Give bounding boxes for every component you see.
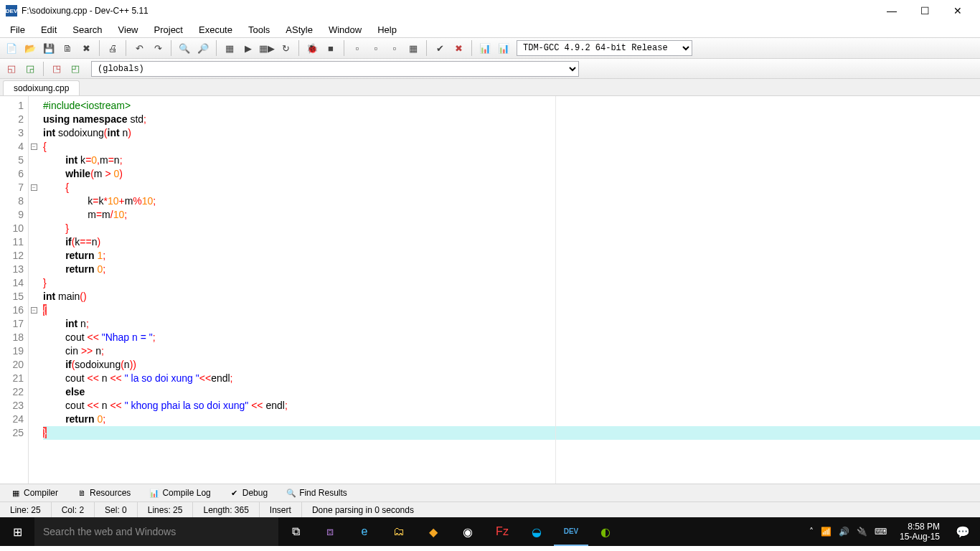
save-all-button[interactable]: 🗎 (59, 39, 76, 57)
debug-button[interactable]: 🐞 (303, 39, 321, 57)
menu-view[interactable]: View (111, 23, 146, 37)
menu-execute[interactable]: Execute (192, 23, 240, 37)
clear-bookmarks-button[interactable]: ◰ (67, 60, 84, 77)
menu-project[interactable]: Project (147, 23, 190, 37)
open-project-button[interactable]: ▫ (367, 39, 385, 57)
separator (99, 40, 100, 56)
rebuild-button[interactable]: ↻ (277, 39, 294, 57)
taskbar-app-devcpp[interactable]: DEV (554, 517, 588, 546)
profile-button[interactable]: 📊 (476, 39, 494, 57)
output-tab-compiler[interactable]: ▦Compiler (3, 485, 66, 501)
tray-volume-icon[interactable]: 🔊 (839, 527, 849, 537)
taskbar-app-skype[interactable]: ◒ (519, 517, 554, 546)
scope-select[interactable]: (globals) (91, 61, 579, 77)
cancel-button[interactable]: ✖ (450, 39, 467, 57)
status-line: Line: 25 (0, 502, 52, 517)
app-icon: DEV (6, 5, 17, 17)
close-button[interactable]: ✕ (941, 0, 974, 22)
run-button[interactable]: ▶ (240, 39, 257, 57)
status-mode: Insert (260, 502, 302, 517)
find-button[interactable]: 🔍 (176, 39, 193, 57)
replace-button[interactable]: 🔎 (194, 39, 212, 57)
taskbar-app-explorer[interactable]: 🗂 (382, 517, 416, 546)
taskbar-app-utorrent[interactable]: ◐ (588, 517, 623, 546)
task-view-button[interactable]: ⧉ (278, 517, 313, 546)
compile-run-button[interactable]: ▦▶ (258, 39, 275, 57)
output-tab-debug[interactable]: ✔Debug (222, 485, 275, 501)
save-button[interactable]: 💾 (40, 39, 57, 57)
menu-astyle[interactable]: AStyle (278, 23, 320, 37)
taskbar-app-chrome[interactable]: ◉ (451, 517, 485, 546)
taskbar: ⊞ Search the web and Windows ⧉ ⧈ e 🗂 ◆ ◉… (0, 517, 980, 546)
delete-profile-button[interactable]: 📊 (495, 39, 512, 57)
check-button[interactable]: ✔ (431, 39, 448, 57)
print-button[interactable]: 🖨 (104, 39, 121, 57)
tray-chevron-icon[interactable]: ˄ (809, 527, 814, 537)
separator (126, 40, 126, 56)
titlebar: DEV F:\sodoixung.cpp - Dev-C++ 5.11 — ☐ … (0, 0, 980, 22)
tray-power-icon[interactable]: 🔌 (857, 527, 867, 537)
taskbar-app-pes[interactable]: ◆ (416, 517, 451, 546)
toolbar-main: 📄 📂 💾 🗎 ✖ 🖨 ↶ ↷ 🔍 🔎 ▦ ▶ ▦▶ ↻ 🐞 ■ ▫ ▫ ▫ ▦… (0, 37, 980, 59)
line-number-gutter: 1234567891011121314151617181920212223242… (0, 96, 29, 484)
system-tray[interactable]: ˄ 📶 🔊 🔌 ⌨ (802, 527, 894, 537)
editor-tabbar: sodoixung.cpp (0, 79, 980, 96)
new-project-button[interactable]: ▫ (349, 39, 366, 57)
stop-button[interactable]: ■ (322, 39, 339, 57)
status-length: Length: 365 (193, 502, 259, 517)
output-tab-resources[interactable]: 🗎Resources (69, 485, 138, 501)
clock-time: 8:58 PM (900, 522, 940, 532)
tray-network-icon[interactable]: 📶 (821, 527, 831, 537)
tray-keyboard-icon[interactable]: ⌨ (875, 527, 887, 537)
editor-tab[interactable]: sodoixung.cpp (3, 80, 80, 95)
editor[interactable]: 1234567891011121314151617181920212223242… (0, 96, 980, 484)
compile-button[interactable]: ▦ (221, 39, 238, 57)
close-file-button[interactable]: ✖ (77, 39, 95, 57)
code-area[interactable]: #include<iostream>using namespace std;in… (39, 96, 980, 484)
undo-button[interactable]: ↶ (131, 39, 148, 57)
open-file-button[interactable]: 📂 (22, 39, 39, 57)
bookmark-button[interactable]: ◲ (22, 60, 39, 77)
taskbar-app-vs[interactable]: ⧈ (313, 517, 347, 546)
statusbar: Line: 25 Col: 2 Sel: 0 Lines: 25 Length:… (0, 501, 980, 517)
status-lines: Lines: 25 (138, 502, 194, 517)
output-tab-compile-log[interactable]: 📊Compile Log (141, 485, 218, 501)
menu-edit[interactable]: Edit (34, 23, 64, 37)
menu-window[interactable]: Window (321, 23, 369, 37)
separator (43, 62, 44, 76)
goto-bookmark-button[interactable]: ◳ (48, 60, 65, 77)
taskbar-app-edge[interactable]: e (347, 517, 382, 546)
minimize-button[interactable]: — (875, 0, 908, 22)
project-options-button[interactable]: ▫ (386, 39, 403, 57)
taskbar-clock[interactable]: 8:58 PM 15-Aug-15 (894, 522, 946, 542)
output-tabbar: ▦Compiler🗎Resources📊Compile Log✔Debug🔍Fi… (0, 484, 980, 501)
separator (471, 40, 472, 56)
maximize-button[interactable]: ☐ (908, 0, 941, 22)
action-center-button[interactable]: 💬 (946, 517, 980, 546)
project-grid-button[interactable]: ▦ (405, 39, 422, 57)
menu-search[interactable]: Search (65, 23, 109, 37)
separator (171, 40, 171, 56)
redo-button[interactable]: ↷ (149, 39, 166, 57)
menu-tools[interactable]: Tools (241, 23, 277, 37)
start-button[interactable]: ⊞ (0, 517, 34, 546)
toolbar-secondary: ◱ ◲ ◳ ◰ (globals) (0, 59, 980, 79)
separator (298, 40, 299, 56)
status-sel: Sel: 0 (95, 502, 138, 517)
taskbar-app-filezilla[interactable]: Fz (485, 517, 519, 546)
status-col: Col: 2 (52, 502, 95, 517)
vertical-guide (555, 96, 556, 484)
output-tab-find-results[interactable]: 🔍Find Results (278, 485, 355, 501)
new-file-button[interactable]: 📄 (3, 39, 20, 57)
separator (216, 40, 217, 56)
separator (344, 40, 344, 56)
goto-button[interactable]: ◱ (3, 60, 20, 77)
separator (426, 40, 427, 56)
window-title: F:\sodoixung.cpp - Dev-C++ 5.11 (22, 6, 875, 16)
taskbar-search[interactable]: Search the web and Windows (34, 517, 278, 546)
menu-help[interactable]: Help (370, 23, 404, 37)
compiler-select[interactable]: TDM-GCC 4.9.2 64-bit Release (517, 40, 692, 56)
menu-file[interactable]: File (3, 23, 32, 37)
menubar: FileEditSearchViewProjectExecuteToolsASt… (0, 22, 980, 37)
fold-column[interactable]: −−− (29, 96, 39, 484)
